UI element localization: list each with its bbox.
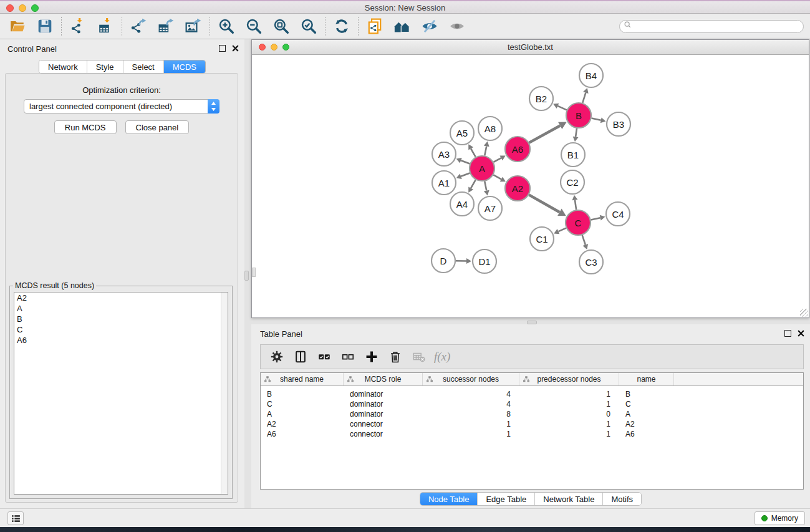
save-session-icon[interactable] [34,16,56,37]
cell[interactable]: 4 [423,390,519,399]
network-canvas[interactable]: B4B2BB3A8A5A6A3B1AC2A1A2A4A7C4CC1DD1C3 [252,55,809,317]
zoom-in-icon[interactable] [215,16,238,37]
float-panel-icon[interactable] [219,45,226,52]
import-network-icon[interactable] [67,16,89,37]
edge-A-A4[interactable] [471,180,476,188]
deselect-all-icon[interactable] [338,347,358,367]
cell[interactable]: dominator [344,400,423,409]
export-network-icon[interactable] [127,16,150,37]
cell[interactable]: C [619,400,674,409]
edge-A-A3[interactable] [461,160,470,163]
edge-B-B4[interactable] [582,93,586,103]
close-table-panel-icon[interactable] [797,329,805,337]
cell[interactable]: A6 [619,430,674,438]
cell[interactable]: 1 [423,420,519,428]
column-header-MCDS-role[interactable]: MCDS role [344,373,423,385]
column-header-successor-nodes[interactable]: successor nodes [423,373,519,385]
cell[interactable]: 4 [423,400,519,409]
settings-icon[interactable] [267,347,287,367]
cell[interactable]: connector [344,420,423,428]
first-neighbors-icon[interactable] [391,16,413,37]
show-columns-icon[interactable] [291,347,311,367]
hide-selected-icon[interactable] [418,16,441,37]
tab-edge-table[interactable]: Edge Table [478,493,535,505]
import-table-icon[interactable] [94,16,117,37]
optimization-criterion-select[interactable]: largest connected component (directed) [24,99,219,114]
edge-B-B2[interactable] [557,106,566,110]
result-item[interactable]: B [14,314,228,324]
edge-A-A8[interactable] [485,146,486,155]
float-table-panel-icon[interactable] [784,330,791,337]
zoom-selected-icon[interactable] [297,16,320,37]
canvas-edge-grip[interactable] [252,268,256,277]
table-row[interactable]: Bdominator41B [261,389,803,399]
cell[interactable]: 1 [519,420,619,428]
show-all-icon[interactable] [446,16,468,37]
search-input[interactable] [633,22,799,31]
cell[interactable]: A2 [261,420,344,428]
cell[interactable]: A2 [619,420,674,428]
new-network-from-selection-icon[interactable] [364,16,386,37]
cell[interactable]: dominator [344,390,423,399]
cell[interactable]: 0 [519,410,619,418]
edge-B-B1[interactable] [576,128,577,137]
run-mcds-button[interactable]: Run MCDS [54,120,117,134]
column-header-shared-name[interactable]: shared name [261,373,344,385]
cell[interactable]: A [261,410,344,418]
select-all-icon[interactable] [314,347,334,367]
zoom-out-icon[interactable] [243,16,265,37]
close-panel-button[interactable]: Close panel [125,120,190,134]
cell[interactable]: 1 [519,390,619,399]
mcds-result-list[interactable]: A2ABCA6 [14,292,228,495]
cell[interactable]: C [261,400,344,409]
edge-A6-B[interactable] [529,125,560,142]
result-list-scrollbar[interactable] [221,293,228,494]
cell[interactable]: A6 [261,430,344,438]
close-panel-icon[interactable] [231,44,239,52]
cell[interactable]: B [261,390,344,399]
export-image-icon[interactable] [182,16,205,37]
tab-node-table[interactable]: Node Table [420,493,478,505]
cell[interactable]: 8 [423,410,519,418]
table-row[interactable]: A6connector11A6 [261,429,803,439]
splitter-grip-horizontal[interactable] [527,321,537,324]
table-row[interactable]: Cdominator41C [261,399,803,409]
edge-A-A5[interactable] [471,148,476,157]
tab-motifs[interactable]: Motifs [603,493,641,505]
cell[interactable]: 1 [423,430,519,438]
column-header-predecessor-nodes[interactable]: predecessor nodes [519,373,619,385]
cell[interactable]: A [619,410,674,418]
edge-C-C4[interactable] [591,218,600,220]
cell[interactable]: connector [344,430,423,438]
edge-A-A6[interactable] [493,158,501,162]
tab-select[interactable]: Select [123,60,164,73]
tab-style[interactable]: Style [87,60,123,73]
table-row[interactable]: A2connector11A2 [261,419,803,429]
tab-mcds[interactable]: MCDS [164,60,205,73]
edge-C-C2[interactable] [575,200,576,210]
cell[interactable]: dominator [344,410,423,418]
delete-row-icon[interactable] [385,347,405,367]
edge-A-A1[interactable] [461,173,470,176]
search-box[interactable] [619,20,804,33]
result-item[interactable]: A6 [14,335,228,346]
export-table-icon[interactable] [155,16,177,37]
column-header-name[interactable]: name [619,373,674,385]
edge-C-C3[interactable] [582,235,586,245]
edge-A-A2[interactable] [493,175,501,179]
cell[interactable]: B [619,390,674,399]
result-item[interactable]: A2 [14,293,228,303]
tab-network[interactable]: Network [39,60,87,73]
table-row[interactable]: Adominator80A [261,409,803,419]
result-item[interactable]: C [14,324,228,335]
refresh-layout-icon[interactable] [330,16,353,37]
edge-A2-C[interactable] [529,195,559,212]
edge-C-C1[interactable] [558,228,566,232]
open-file-icon[interactable] [6,16,29,37]
edge-A-A7[interactable] [485,181,486,191]
cell[interactable]: 1 [519,400,619,409]
tab-network-table[interactable]: Network Table [535,493,603,505]
memory-button[interactable]: Memory [755,511,805,525]
add-row-icon[interactable] [362,347,382,367]
cell[interactable]: 1 [519,430,619,438]
